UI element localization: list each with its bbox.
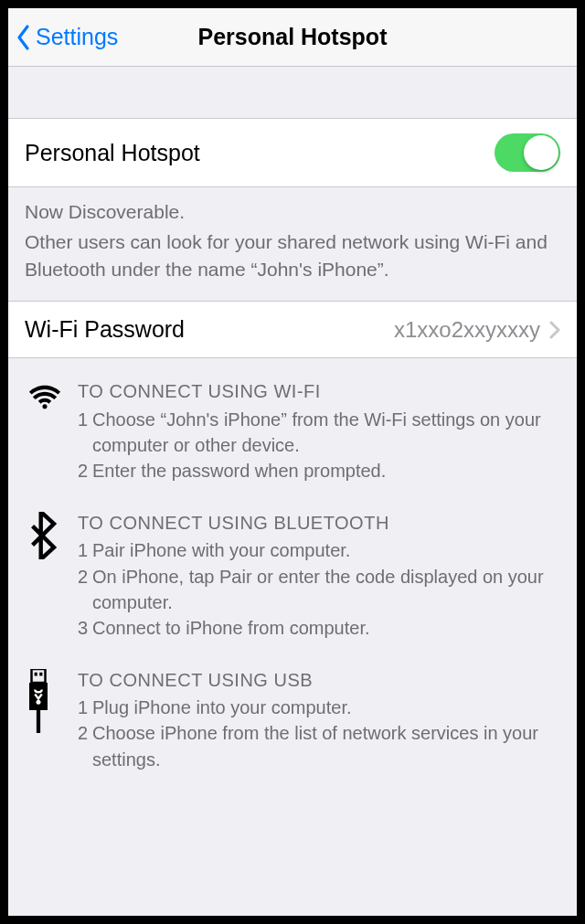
- bluetooth-heading: TO CONNECT USING BLUETOOTH: [78, 510, 566, 536]
- bluetooth-icon: [27, 510, 69, 642]
- svg-rect-1: [35, 672, 37, 675]
- instructions-section: TO CONNECT USING WI-FI 1Choose “John's i…: [8, 358, 577, 781]
- bluetooth-instructions: TO CONNECT USING BLUETOOTH 1Pair iPhone …: [27, 510, 566, 642]
- discoverable-description: Other users can look for your shared net…: [25, 231, 548, 279]
- wifi-heading: TO CONNECT USING WI-FI: [78, 378, 566, 404]
- navigation-bar: Settings Personal Hotspot: [8, 8, 577, 67]
- hotspot-toggle-label: Personal Hotspot: [25, 140, 200, 166]
- usb-instructions: TO CONNECT USING USB 1Plug iPhone into y…: [27, 667, 566, 773]
- wifi-password-value: x1xxo2xxyxxxy: [394, 317, 540, 343]
- wifi-password-label: Wi-Fi Password: [25, 316, 185, 343]
- back-button[interactable]: Settings: [8, 8, 118, 66]
- wifi-step: 1Choose “John's iPhone” from the Wi-Fi s…: [78, 407, 566, 459]
- svg-rect-2: [39, 672, 42, 675]
- chevron-right-icon: [549, 321, 560, 339]
- svg-rect-0: [32, 669, 46, 683]
- svg-rect-3: [29, 683, 48, 710]
- discoverable-footer: Now Discoverable. Other users can look f…: [8, 187, 577, 301]
- usb-step: 1Plug iPhone into your computer.: [78, 695, 566, 720]
- wifi-icon: [27, 378, 69, 484]
- usb-heading: TO CONNECT USING USB: [78, 667, 566, 693]
- chevron-left-icon: [16, 24, 32, 51]
- discoverable-status: Now Discoverable.: [25, 198, 560, 225]
- bluetooth-step: 2On iPhone, tap Pair or enter the code d…: [78, 564, 566, 616]
- back-label: Settings: [36, 24, 118, 50]
- wifi-instructions: TO CONNECT USING WI-FI 1Choose “John's i…: [27, 378, 566, 484]
- section-spacer: [8, 67, 577, 118]
- bluetooth-step: 3Connect to iPhone from computer.: [78, 615, 566, 641]
- svg-rect-4: [37, 710, 40, 733]
- usb-step: 2Choose iPhone from the list of network …: [78, 720, 566, 772]
- svg-point-5: [37, 699, 41, 704]
- hotspot-toggle-cell[interactable]: Personal Hotspot: [8, 118, 577, 187]
- usb-icon: [27, 667, 69, 773]
- hotspot-toggle[interactable]: [495, 133, 560, 172]
- wifi-password-cell[interactable]: Wi-Fi Password x1xxo2xxyxxxy: [8, 301, 577, 358]
- wifi-step: 2Enter the password when prompted.: [78, 458, 566, 483]
- bluetooth-step: 1Pair iPhone with your computer.: [78, 537, 566, 563]
